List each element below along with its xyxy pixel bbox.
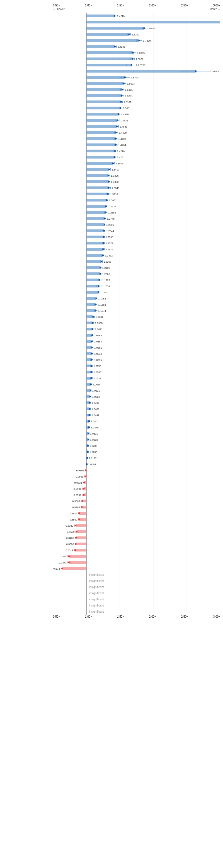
bar-81: [79, 512, 86, 515]
bar-27: [86, 180, 109, 183]
bar-7: [86, 58, 133, 60]
bar-4: [86, 39, 139, 42]
value-label-65: 1.0447: [91, 414, 99, 417]
value-dot-90: [61, 568, 63, 569]
axis-bottom: 0.50×1.00×1.50×2.00×2.50×3.00×: [53, 615, 220, 618]
value-label-90: 0.6373: [53, 567, 60, 570]
value-dot-17: [116, 120, 118, 121]
axis-ticks-top: 0.50×1.00×1.50×2.00×2.50×3.00×: [53, 4, 220, 7]
value-dot-87: [74, 549, 76, 551]
value-label-86: 0.8398: [66, 543, 74, 546]
bar-5: [86, 45, 115, 48]
value-dot-27: [108, 181, 110, 183]
value-dot-83: [75, 525, 76, 526]
bar-8: [86, 64, 132, 66]
value-dot-3: [128, 33, 130, 35]
value-label-33: 1.2748: [107, 217, 115, 220]
tick-label-top-5: 3.00×: [213, 4, 220, 7]
value-label-4: 1.7899: [143, 39, 151, 42]
bar-32: [86, 211, 106, 214]
value-dot-66: [88, 420, 90, 422]
value-dot-49: [92, 316, 94, 318]
value-dot-19: [115, 132, 117, 133]
value-label-63: 1.0497: [91, 402, 99, 404]
value-label-83: 0.8389: [66, 524, 73, 527]
value-label-22: 1.4270: [117, 150, 125, 153]
value-label-85: 0.8435: [66, 537, 74, 539]
value-label-21: 1.4404: [118, 144, 126, 147]
bar-29: [86, 193, 108, 195]
value-dot-59: [90, 377, 92, 379]
value-dot-9: [195, 70, 196, 72]
bar-28: [86, 186, 109, 189]
tick-label-bottom-1: 1.00×: [85, 615, 92, 618]
value-dot-32: [105, 212, 107, 213]
value-label-57: 1.0750: [94, 365, 102, 368]
value-label-23: 1.4231: [117, 156, 125, 159]
bar-2: [86, 27, 144, 30]
bar-35: [86, 229, 104, 232]
value-label-79: 0.9368: [72, 500, 80, 503]
value-dot-39: [102, 254, 104, 256]
value-dot-80: [81, 506, 82, 508]
value-label-53: 1.0864: [94, 340, 102, 343]
value-label-59: 1.0727: [94, 377, 102, 380]
value-dot-69: [87, 439, 89, 440]
value-dot-13: [121, 95, 123, 97]
value-dot-75: [85, 475, 86, 477]
bar-90: [62, 567, 86, 570]
value-label-87: 0.8319: [66, 549, 73, 552]
value-dot-18: [116, 126, 118, 127]
bar-24: [86, 162, 113, 165]
value-dot-89: [68, 562, 70, 563]
value-dot-8: [131, 64, 133, 66]
bar-21: [86, 144, 116, 146]
value-dot-4: [139, 40, 140, 41]
bar-49: [86, 315, 94, 318]
tick-label-top-3: 2.00×: [149, 4, 156, 7]
row-insig-94: insignificant: [89, 592, 104, 595]
bar-16: [86, 113, 119, 116]
value-label-48: 1.1374: [98, 310, 106, 312]
value-label-17: 1.4636: [120, 119, 128, 122]
value-dot-0: [114, 15, 115, 17]
bar-18: [86, 125, 117, 128]
value-dot-74: [85, 469, 87, 471]
value-label-28: 1.3343: [112, 187, 119, 189]
value-dot-22: [114, 150, 116, 152]
axis-direction-top: ← slower faster →: [53, 7, 220, 10]
value-label-3: 1.6392: [132, 33, 139, 36]
bar-14: [86, 100, 121, 103]
bar-10: [86, 76, 125, 79]
value-dot-12: [121, 89, 123, 90]
value-label-37: 1.2571: [106, 242, 113, 245]
value-label-12: 1.5355: [125, 89, 133, 91]
bar-20: [86, 137, 116, 140]
value-label-70: 1.0209: [89, 444, 97, 447]
tick-label-bottom-5: 3.00×: [213, 615, 220, 618]
value-dot-60: [90, 383, 92, 385]
value-dot-26: [108, 175, 109, 176]
row-insig-93: insignificant: [89, 586, 104, 589]
value-dot-63: [89, 402, 90, 404]
value-dot-10: [124, 76, 126, 78]
value-label-77: 0.9591: [74, 488, 81, 490]
value-label-29: 1.3218: [110, 193, 118, 196]
value-label-19: 1.4429: [119, 131, 127, 134]
value-label-62: 1.0582: [92, 396, 100, 398]
bar-54: [86, 346, 92, 349]
row-insig-92: insignificant: [89, 580, 104, 583]
value-dot-40: [101, 261, 102, 262]
bar-82: [79, 518, 86, 521]
bar-37: [86, 242, 104, 245]
bar-39: [86, 254, 103, 257]
value-dot-73: [86, 463, 88, 465]
bar-89: [69, 561, 86, 564]
value-dot-38: [102, 248, 104, 250]
value-dot-28: [108, 187, 110, 189]
value-dot-79: [81, 500, 83, 502]
value-dot-85: [75, 537, 77, 539]
value-dot-64: [89, 408, 90, 410]
value-dot-65: [89, 414, 90, 416]
value-dot-84: [76, 531, 77, 532]
